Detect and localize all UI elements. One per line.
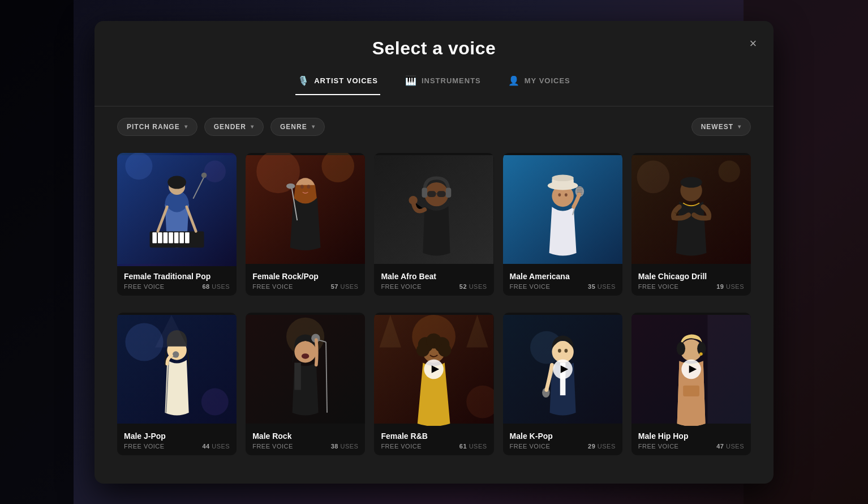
svg-point-33 [409,195,418,204]
tab-instruments[interactable]: 🎹 INSTRUMENTS [403,71,483,95]
genre-label: GENRE [280,123,307,131]
sort-label: NEWEST [701,123,733,131]
modal-title: Select a voice [372,38,496,59]
card-image-male-chicago [631,153,751,266]
free-badge-female-trad: FREE VOICE [124,283,165,290]
free-badge-male-afro: FREE VOICE [381,283,422,290]
card-meta-row2-5: FREE VOICE 47 USES [638,443,744,450]
card-name-row2-2: Male Rock [252,432,358,441]
pitch-range-filter[interactable]: PITCH RANGE ▾ [117,118,197,136]
svg-point-53 [125,323,163,361]
free-badge-male-chicago: FREE VOICE [638,283,679,290]
svg-point-54 [201,388,229,415]
svg-point-23 [286,183,295,189]
sort-button[interactable]: NEWEST ▾ [691,118,751,136]
svg-point-2 [204,160,226,182]
free-badge-female-rock: FREE VOICE [252,283,293,290]
card-info-female-trad: Female Traditional Pop FREE VOICE 68 USE… [117,266,237,296]
svg-point-62 [302,353,309,359]
svg-point-5 [167,176,186,189]
card-image-row2-3 [374,313,493,426]
genre-filter[interactable]: GENRE ▾ [270,118,325,136]
svg-point-84 [558,348,561,352]
svg-point-51 [680,177,702,187]
free-badge-row2-5: FREE VOICE [638,443,679,450]
close-button[interactable]: × [744,35,762,53]
voice-grid-row1: Female Traditional Pop FREE VOICE 68 USE… [94,147,774,307]
voice-card-male-rock[interactable]: Male Rock FREE VOICE 38 USES [246,313,365,455]
svg-point-94 [699,352,703,356]
svg-point-39 [558,193,561,197]
svg-rect-9 [152,232,157,243]
card-image-row2-5 [631,313,751,426]
svg-rect-10 [158,232,162,243]
uses-row2-1: 44 USES [202,443,230,450]
card-name-male-afro: Male Afro Beat [381,272,487,281]
voice-card-male-jpop[interactable]: Male J-Pop FREE VOICE 44 USES [117,313,237,455]
free-badge-row2-3: FREE VOICE [381,443,422,450]
svg-rect-13 [174,232,179,243]
free-badge-row2-2: FREE VOICE [252,443,293,450]
sort-chevron-icon: ▾ [738,123,741,130]
uses-row2-5: 47 USES [716,443,744,450]
card-image-female-rock [246,153,365,266]
select-voice-modal: Select a voice × 🎙️ ARTIST VOICES 🎹 INST… [94,21,774,484]
svg-rect-31 [437,191,446,197]
card-name-female-trad: Female Traditional Pop [124,272,230,281]
svg-point-24 [300,185,304,189]
voice-card-male-afro-beat[interactable]: Male Afro Beat FREE VOICE 52 USES [374,153,493,296]
uses-female-rock: 57 USES [331,283,359,290]
svg-point-40 [565,193,568,197]
voice-card-male-americana[interactable]: Male Americana FREE VOICE 35 USES [503,153,622,296]
svg-point-75 [439,343,452,356]
card-meta-row2-2: FREE VOICE 38 USES [252,443,358,450]
card-info-row2-4: Male K-Pop FREE VOICE 29 USES [503,426,622,455]
uses-female-trad: 68 USES [202,283,230,290]
filters-left: PITCH RANGE ▾ GENDER ▾ GENRE ▾ [117,118,325,136]
voice-card-male-hiphop[interactable]: Male Hip Hop FREE VOICE 47 USES [631,313,751,455]
card-image-row2-4 [503,313,622,426]
card-meta-row2-1: FREE VOICE 44 USES [124,443,230,450]
svg-point-85 [564,348,568,352]
card-name-row2-5: Male Hip Hop [638,432,744,441]
svg-point-7 [201,172,207,178]
tab-my-voices[interactable]: 👤 MY VOICES [506,71,573,95]
card-meta-male-afro: FREE VOICE 52 USES [381,283,487,290]
modal-backdrop: Select a voice × 🎙️ ARTIST VOICES 🎹 INST… [0,0,868,504]
tab-artist-voices-label: ARTIST VOICES [314,76,378,85]
tab-instruments-label: INSTRUMENTS [422,76,481,85]
svg-rect-12 [169,232,173,243]
card-info-male-afro: Male Afro Beat FREE VOICE 52 USES [374,266,493,296]
card-image-male-americana [503,153,622,266]
card-info-row2-3: Female R&B FREE VOICE 61 USES [374,426,493,455]
svg-rect-63 [295,362,302,390]
modal-header: Select a voice × [94,21,774,70]
card-name-row2-3: Female R&B [381,432,487,441]
voice-card-female-rnb[interactable]: Female R&B FREE VOICE 61 USES [374,313,493,455]
svg-point-38 [552,174,573,181]
genre-chevron-icon: ▾ [312,123,315,130]
gender-filter[interactable]: GENDER ▾ [204,118,264,136]
card-meta-female-trad: FREE VOICE 68 USES [124,283,230,290]
svg-point-74 [416,343,429,356]
svg-point-91 [676,342,685,355]
svg-point-49 [718,160,740,182]
voice-card-female-rock-pop[interactable]: Female Rock/Pop FREE VOICE 57 USES [246,153,365,296]
person-icon: 👤 [508,75,520,86]
tab-artist-voices[interactable]: 🎙️ ARTIST VOICES [295,71,380,95]
svg-point-25 [307,185,311,189]
svg-rect-89 [707,315,751,424]
card-meta-row2-4: FREE VOICE 29 USES [510,443,616,450]
svg-rect-29 [446,187,452,197]
voice-card-male-kpop[interactable]: Male K-Pop FREE VOICE 29 USES [503,313,622,455]
uses-male-afro: 52 USES [459,283,487,290]
svg-point-58 [173,351,179,358]
card-info-male-chicago: Male Chicago Drill FREE VOICE 19 USES [631,266,751,296]
svg-point-48 [637,160,669,193]
card-name-female-rock: Female Rock/Pop [252,272,358,281]
uses-row2-4: 29 USES [588,443,616,450]
tab-bar: 🎙️ ARTIST VOICES 🎹 INSTRUMENTS 👤 MY VOIC… [94,70,774,106]
voice-card-male-chicago-drill[interactable]: Male Chicago Drill FREE VOICE 19 USES [631,153,751,296]
voice-card-female-traditional-pop[interactable]: Female Traditional Pop FREE VOICE 68 USE… [117,153,237,296]
card-info-female-rock: Female Rock/Pop FREE VOICE 57 USES [246,266,365,296]
